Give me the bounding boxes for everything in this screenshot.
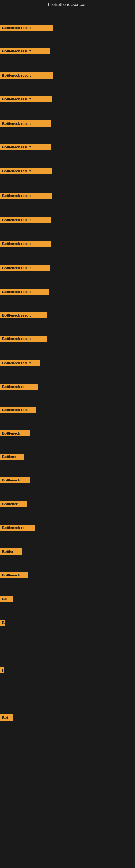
bottleneck-label-5: Bottleneck result xyxy=(0,120,51,127)
bottleneck-item-26[interactable]: B xyxy=(0,620,5,627)
bottleneck-label-13: Bottleneck result xyxy=(0,312,47,318)
bottleneck-label-7: Bottleneck result xyxy=(0,168,52,174)
bottleneck-item-16[interactable]: Bottleneck re xyxy=(0,383,38,391)
bottleneck-label-25: Bo xyxy=(0,596,13,602)
bottleneck-item-22[interactable]: Bottleneck re xyxy=(0,525,35,532)
bottleneck-label-4: Bottleneck result xyxy=(0,96,52,102)
bottleneck-item-7[interactable]: Bottleneck result xyxy=(0,168,52,175)
bottleneck-label-19: Bottlene xyxy=(0,454,24,460)
bottleneck-item-6[interactable]: Bottleneck result xyxy=(0,144,51,151)
bottleneck-label-14: Bottleneck result xyxy=(0,336,47,342)
bottleneck-item-28[interactable]: Bot xyxy=(0,714,13,722)
bottleneck-item-19[interactable]: Bottlene xyxy=(0,454,24,461)
bottleneck-item-18[interactable]: Bottleneck xyxy=(0,430,30,437)
bottleneck-label-8: Bottleneck result xyxy=(0,193,52,199)
bottleneck-label-6: Bottleneck result xyxy=(0,144,51,150)
bottleneck-label-22: Bottleneck re xyxy=(0,525,35,531)
bottleneck-label-24: Bottleneck xyxy=(0,572,28,578)
bottleneck-item-24[interactable]: Bottleneck xyxy=(0,572,28,579)
bottleneck-item-3[interactable]: Bottleneck result xyxy=(0,72,53,80)
bottleneck-label-16: Bottleneck re xyxy=(0,383,38,390)
bottleneck-label-12: Bottleneck result xyxy=(0,289,49,295)
bottleneck-label-21: Bottlenec xyxy=(0,501,27,507)
bottleneck-item-27[interactable]: | xyxy=(0,667,4,674)
bottleneck-label-27: | xyxy=(0,667,4,673)
bottleneck-label-3: Bottleneck result xyxy=(0,72,53,79)
bottleneck-item-10[interactable]: Bottleneck result xyxy=(0,241,51,248)
bottleneck-label-2: Bottleneck result xyxy=(0,48,50,54)
bottleneck-item-13[interactable]: Bottleneck result xyxy=(0,312,47,319)
bottleneck-item-20[interactable]: Bottleneck xyxy=(0,477,30,485)
bottleneck-item-8[interactable]: Bottleneck result xyxy=(0,193,52,200)
bottleneck-label-1: Bottleneck result xyxy=(0,25,53,31)
bottleneck-label-17: Bottleneck resul xyxy=(0,407,37,413)
bottleneck-item-14[interactable]: Bottleneck result xyxy=(0,336,47,343)
bottleneck-label-23: Bottler xyxy=(0,549,21,555)
bottleneck-label-18: Bottleneck xyxy=(0,430,30,436)
bottleneck-item-12[interactable]: Bottleneck result xyxy=(0,289,49,296)
bottleneck-label-28: Bot xyxy=(0,714,13,721)
bottleneck-item-9[interactable]: Bottleneck result xyxy=(0,217,51,224)
site-title: TheBottlenecker.com xyxy=(0,0,135,9)
bottleneck-item-4[interactable]: Bottleneck result xyxy=(0,96,52,103)
bottleneck-item-1[interactable]: Bottleneck result xyxy=(0,25,53,32)
bottleneck-item-11[interactable]: Bottleneck result xyxy=(0,265,50,272)
bottleneck-label-11: Bottleneck result xyxy=(0,265,50,271)
bottleneck-item-15[interactable]: Bottleneck result xyxy=(0,360,41,367)
bottleneck-item-17[interactable]: Bottleneck resul xyxy=(0,407,37,414)
bottleneck-label-15: Bottleneck result xyxy=(0,360,41,366)
bottleneck-label-20: Bottleneck xyxy=(0,477,30,484)
bottleneck-item-23[interactable]: Bottler xyxy=(0,549,21,556)
bottleneck-item-2[interactable]: Bottleneck result xyxy=(0,48,50,55)
bottleneck-label-9: Bottleneck result xyxy=(0,217,51,223)
bottleneck-label-26: B xyxy=(0,620,5,626)
bottleneck-item-25[interactable]: Bo xyxy=(0,596,13,603)
bottleneck-label-10: Bottleneck result xyxy=(0,241,51,247)
bottleneck-item-5[interactable]: Bottleneck result xyxy=(0,120,51,128)
bottleneck-item-21[interactable]: Bottlenec xyxy=(0,501,27,508)
